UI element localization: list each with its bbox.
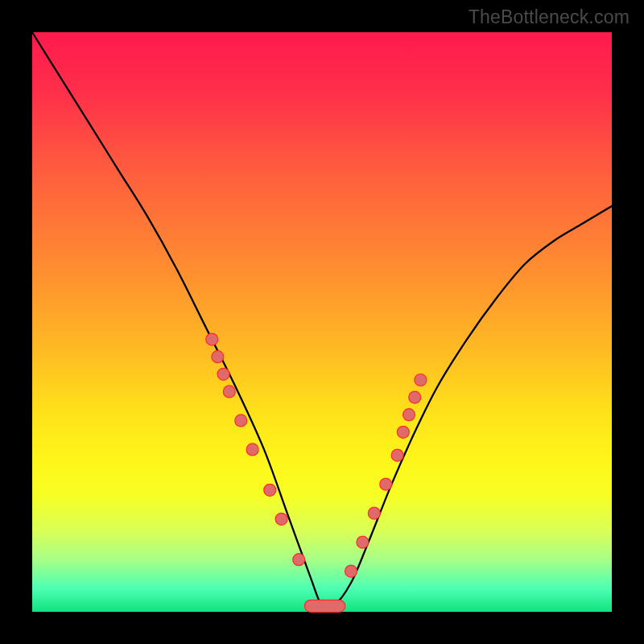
marker-point — [397, 426, 409, 438]
marker-point — [403, 409, 415, 421]
plot-area — [32, 32, 612, 612]
chart-frame: TheBottleneck.com — [0, 0, 644, 644]
minimum-band — [304, 600, 345, 612]
marker-point — [357, 536, 369, 548]
marker-point — [345, 565, 357, 577]
curve-svg — [32, 32, 612, 612]
bottleneck-curve — [32, 32, 612, 609]
marker-point — [235, 415, 247, 427]
marker-point — [380, 478, 392, 490]
curve-markers — [206, 333, 427, 612]
marker-point — [206, 333, 218, 345]
marker-point — [275, 513, 287, 525]
marker-point — [293, 554, 305, 566]
marker-point — [246, 444, 258, 456]
marker-point — [391, 449, 403, 461]
marker-point — [217, 368, 229, 380]
marker-point — [409, 391, 421, 403]
marker-point — [212, 351, 224, 363]
marker-point — [264, 484, 276, 496]
marker-point — [368, 507, 380, 519]
marker-point — [415, 374, 427, 386]
marker-point — [223, 386, 235, 398]
watermark-text: TheBottleneck.com — [469, 6, 630, 28]
